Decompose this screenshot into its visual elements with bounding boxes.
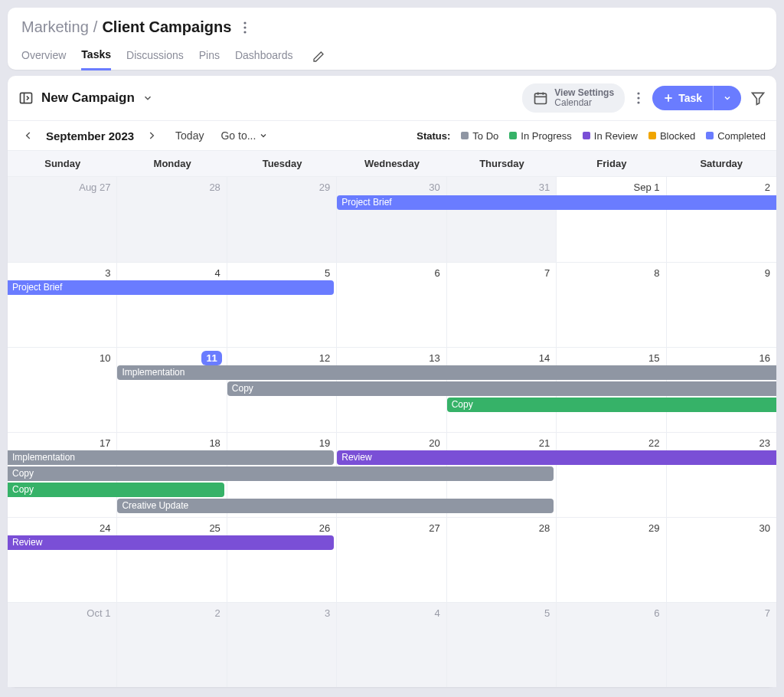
calendar-cell[interactable]: 27: [337, 518, 446, 602]
svg-marker-14: [753, 93, 764, 105]
legend-completed: Completed: [706, 130, 766, 142]
calendar-cell[interactable]: 23: [667, 433, 776, 517]
event-bar[interactable]: Creative Update: [117, 499, 554, 513]
day-number: 24: [100, 522, 110, 534]
day-number: 30: [429, 182, 439, 193]
breadcrumb-current: Client Campaigns: [102, 18, 231, 36]
day-number: Sep 1: [634, 182, 660, 193]
day-number: 7: [765, 607, 770, 619]
day-number: 7: [544, 267, 550, 279]
calendar-cell[interactable]: 28: [447, 518, 557, 602]
tab-bar: OverviewTasksDiscussionsPinsDashboards: [21, 44, 763, 70]
filter-icon[interactable]: [750, 90, 766, 106]
view-title[interactable]: New Campaign: [41, 90, 135, 106]
event-bar[interactable]: Copy: [447, 398, 776, 412]
calendar-cell[interactable]: 6: [337, 263, 446, 347]
kebab-icon[interactable]: [634, 89, 643, 107]
tab-overview[interactable]: Overview: [21, 44, 66, 69]
svg-point-0: [244, 21, 247, 24]
day-number: 23: [760, 437, 770, 449]
view-settings-button[interactable]: View Settings Calendar: [522, 83, 625, 113]
calendar-cell[interactable]: 7: [667, 603, 776, 687]
new-task-main[interactable]: Task: [652, 86, 713, 110]
calendar-icon: [533, 90, 548, 106]
calendar-cell[interactable]: 29: [227, 177, 337, 262]
pencil-icon[interactable]: [312, 51, 325, 63]
day-number: 20: [429, 437, 439, 449]
day-number: Aug 27: [79, 182, 110, 193]
calendar-cell[interactable]: 5: [447, 603, 557, 687]
svg-point-10: [638, 97, 640, 100]
event-bar[interactable]: Review: [8, 535, 334, 550]
kebab-icon[interactable]: [243, 21, 247, 34]
tab-pins[interactable]: Pins: [199, 44, 220, 69]
panel-toggle-icon[interactable]: [18, 90, 34, 106]
calendar-cell[interactable]: 30: [337, 177, 446, 262]
event-bar[interactable]: Implementation: [8, 450, 334, 465]
calendar-body: Aug 2728293031Sep 1234567891011121314151…: [8, 177, 776, 687]
svg-rect-5: [535, 93, 547, 103]
prev-month-button[interactable]: [18, 129, 38, 142]
event-bar[interactable]: Implementation: [117, 365, 776, 380]
tab-tasks[interactable]: Tasks: [81, 44, 111, 70]
breadcrumb-separator: /: [93, 18, 98, 36]
day-number: 8: [654, 267, 659, 279]
next-month-button[interactable]: [142, 129, 162, 142]
calendar-cell[interactable]: 30: [667, 518, 776, 602]
new-task-dropdown[interactable]: [713, 86, 741, 110]
goto-button[interactable]: Go to...: [220, 129, 268, 142]
tab-discussions[interactable]: Discussions: [126, 44, 184, 69]
day-number: 27: [429, 522, 439, 534]
tab-dashboards[interactable]: Dashboards: [235, 44, 293, 69]
day-number: 2: [215, 607, 220, 619]
calendar-cell[interactable]: 9: [667, 263, 776, 347]
calendar-cell[interactable]: 3: [227, 603, 337, 687]
event-bar[interactable]: Copy: [227, 381, 776, 396]
calendar-cell[interactable]: Aug 27: [8, 177, 117, 262]
calendar-cell[interactable]: 26: [227, 518, 337, 602]
calendar-cell[interactable]: 6: [557, 603, 666, 687]
calendar-cell[interactable]: 29: [557, 518, 666, 602]
date-toolbar: September 2023 Today Go to... Status: To…: [8, 121, 776, 151]
calendar-cell[interactable]: 8: [557, 263, 666, 347]
legend-to-do: To Do: [461, 130, 498, 142]
chevron-down-icon[interactable]: [142, 93, 153, 103]
day-number: 31: [539, 182, 550, 193]
day-number: 15: [648, 352, 659, 364]
today-button[interactable]: Today: [175, 129, 204, 142]
status-label: Status:: [416, 130, 450, 142]
calendar-cell[interactable]: 7: [447, 263, 557, 347]
calendar-cell[interactable]: Sep 1: [557, 177, 666, 262]
event-bar[interactable]: Project Brief: [337, 195, 776, 210]
event-bar[interactable]: Project Brief: [8, 280, 334, 295]
day-number: 21: [539, 437, 550, 449]
calendar-cell[interactable]: 22: [557, 433, 666, 517]
calendar-cell[interactable]: 10: [8, 348, 117, 432]
calendar-cell[interactable]: 28: [117, 177, 227, 262]
calendar-cell[interactable]: 3: [8, 263, 117, 347]
calendar-cell[interactable]: 4: [337, 603, 446, 687]
status-legend: Status: To DoIn ProgressIn ReviewBlocked…: [416, 130, 766, 142]
calendar-cell[interactable]: 4: [117, 263, 227, 347]
calendar-cell[interactable]: 5: [227, 263, 337, 347]
legend-blocked: Blocked: [648, 130, 695, 142]
day-number: 5: [325, 267, 330, 279]
day-header: Friday: [557, 151, 666, 176]
event-bar[interactable]: Copy: [8, 483, 224, 497]
calendar-cell[interactable]: 25: [117, 518, 227, 602]
new-task-button: Task: [652, 86, 741, 110]
calendar-cell[interactable]: 2: [117, 603, 227, 687]
svg-rect-3: [21, 93, 32, 103]
calendar-cell[interactable]: 2: [667, 177, 776, 262]
event-bar[interactable]: Review: [337, 450, 776, 465]
calendar-cell[interactable]: 24: [8, 518, 117, 602]
day-number: 2: [765, 182, 770, 193]
day-header: Saturday: [667, 151, 776, 176]
event-bar[interactable]: Copy: [8, 466, 554, 481]
calendar-cell[interactable]: 31: [447, 177, 557, 262]
day-number: 28: [539, 522, 550, 534]
day-number: 6: [654, 607, 659, 619]
calendar-cell[interactable]: 11: [117, 348, 227, 432]
breadcrumb-parent[interactable]: Marketing: [21, 18, 89, 36]
calendar-cell[interactable]: Oct 1: [8, 603, 117, 687]
